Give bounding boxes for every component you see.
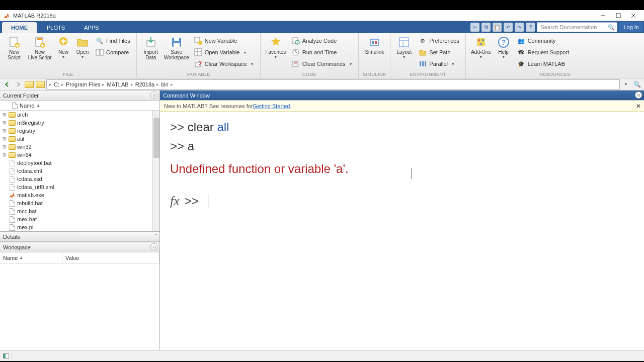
path-input[interactable]: ▸ C:▸ Program Files▸ MATLAB▸ R2018a▸ bin… bbox=[46, 79, 620, 89]
login-button[interactable]: Log In bbox=[619, 22, 643, 32]
expander-icon[interactable]: ⊞ bbox=[2, 152, 7, 157]
file-item[interactable]: lcdata.xsd bbox=[0, 175, 159, 183]
import-data-button[interactable]: Import Data bbox=[140, 35, 162, 61]
scroll-thumb[interactable] bbox=[153, 118, 159, 158]
new-button[interactable]: New ▼ bbox=[54, 35, 72, 60]
new-livescript-button[interactable]: New Live Script bbox=[26, 35, 53, 61]
path-seg[interactable]: Program Files bbox=[64, 81, 102, 87]
paste-icon[interactable]: 📋 bbox=[493, 23, 502, 32]
new-script-button[interactable]: New Script bbox=[3, 35, 25, 61]
minimize-button[interactable] bbox=[596, 11, 611, 21]
file-item[interactable]: ⊞m3iregistry bbox=[0, 119, 159, 127]
help-button[interactable]: ? Help ▼ bbox=[494, 35, 513, 60]
file-item[interactable]: lcdata.xml bbox=[0, 167, 159, 175]
clear-workspace-button[interactable]: Clear Workspace ▼ bbox=[191, 58, 257, 69]
copy-icon[interactable]: ⧉ bbox=[481, 23, 491, 32]
file-item[interactable]: ⊞arch bbox=[0, 111, 159, 119]
set-path-button[interactable]: Set Path bbox=[416, 47, 462, 58]
file-item[interactable]: mex.pl bbox=[0, 223, 159, 231]
path-seg[interactable]: C: bbox=[52, 81, 61, 87]
nav-up-folder-icon[interactable] bbox=[24, 79, 34, 89]
save-workspace-button[interactable]: Save Workspace bbox=[163, 35, 190, 61]
current-folder-header[interactable]: Current Folder ⊙ bbox=[0, 90, 159, 101]
path-search-icon[interactable]: 🔍 bbox=[632, 79, 642, 89]
tab-apps[interactable]: APPS bbox=[75, 22, 108, 33]
expander-icon[interactable]: ⊞ bbox=[2, 136, 7, 141]
tab-home[interactable]: HOME bbox=[2, 22, 37, 33]
maximize-button[interactable] bbox=[611, 11, 626, 21]
path-seg[interactable]: MATLAB bbox=[105, 81, 130, 87]
parallel-button[interactable]: Parallel ▼ bbox=[416, 58, 462, 69]
preferences-button[interactable]: ⚙ Preferences bbox=[416, 35, 462, 46]
file-item[interactable]: deploytool.bat bbox=[0, 159, 159, 167]
find-files-label: Find Files bbox=[106, 38, 130, 44]
compare-button[interactable]: Compare bbox=[93, 47, 133, 58]
help-quick-icon[interactable]: ? bbox=[526, 23, 535, 32]
workspace-header[interactable]: Workspace ⊙ bbox=[0, 242, 159, 252]
section-code-label: CODE bbox=[264, 71, 356, 78]
nav-back-button[interactable] bbox=[2, 79, 12, 89]
file-item[interactable]: ⊞util bbox=[0, 135, 159, 143]
cut-icon[interactable]: ✂ bbox=[470, 23, 479, 32]
search-doc-input[interactable]: Search Documentation 🔍 bbox=[537, 22, 617, 32]
workspace-body[interactable] bbox=[0, 263, 159, 350]
expander-icon[interactable]: ⊞ bbox=[2, 120, 7, 125]
addons-button[interactable]: Add-Ons ▼ bbox=[469, 35, 493, 60]
fx-icon[interactable]: fx bbox=[170, 191, 180, 212]
favorites-button[interactable]: Favorites ▼ bbox=[264, 35, 288, 60]
file-item[interactable]: ⊞win64 bbox=[0, 151, 159, 159]
request-support-button[interactable]: ☎ Request Support bbox=[514, 47, 573, 58]
undo-icon[interactable]: ↶ bbox=[504, 23, 513, 32]
file-item[interactable]: ⊞win32 bbox=[0, 143, 159, 151]
path-dropdown-button[interactable]: ▼ bbox=[621, 79, 631, 89]
file-item[interactable]: mcc.bat bbox=[0, 207, 159, 215]
file-item[interactable]: mex.bat bbox=[0, 215, 159, 223]
command-window-header[interactable]: Command Window ⊙ bbox=[160, 90, 644, 101]
expander-icon[interactable]: ⊞ bbox=[2, 144, 7, 149]
panel-actions-icon[interactable]: ⊙ bbox=[635, 92, 642, 99]
path-seg[interactable]: bin bbox=[159, 81, 170, 87]
learn-matlab-button[interactable]: 🎓 Learn MATLAB bbox=[514, 58, 573, 69]
clear-commands-button[interactable]: Clear Commands ▼ bbox=[289, 58, 356, 69]
current-folder-columns[interactable]: Name ▲ bbox=[0, 101, 159, 111]
toolstrip-section-resources: Add-Ons ▼ ? Help ▼ 👥 Community ☎ Request… bbox=[466, 33, 644, 78]
close-button[interactable] bbox=[626, 11, 641, 21]
file-name: util bbox=[17, 136, 24, 142]
open-button[interactable]: Open ▼ bbox=[73, 35, 92, 60]
expander-icon[interactable]: ⊞ bbox=[2, 112, 7, 117]
close-info-icon[interactable]: ✕ bbox=[636, 103, 641, 110]
layout-icon bbox=[398, 36, 410, 48]
open-variable-button[interactable]: Open Variable ▼ bbox=[191, 47, 257, 58]
current-folder-list[interactable]: ⊞arch⊞m3iregistry⊞registry⊞util⊞win32⊞wi… bbox=[0, 111, 159, 231]
analyze-code-button[interactable]: Analyze Code bbox=[289, 35, 356, 46]
new-variable-button[interactable]: New Variable bbox=[191, 35, 257, 46]
find-files-button[interactable]: 🔍 Find Files bbox=[93, 35, 133, 46]
panel-actions-icon[interactable]: ⊙ bbox=[150, 243, 157, 250]
name-column-header[interactable]: Name bbox=[20, 103, 34, 109]
search-icon[interactable]: 🔍 bbox=[608, 24, 615, 31]
scrollbar[interactable] bbox=[152, 111, 159, 231]
simulink-button[interactable]: Simulink bbox=[362, 35, 387, 56]
file-item[interactable]: matlab.exe bbox=[0, 191, 159, 199]
ws-value-column[interactable]: Value bbox=[62, 252, 159, 263]
expander-icon[interactable]: ⊞ bbox=[2, 128, 7, 133]
panel-actions-icon[interactable]: ⊙ bbox=[150, 92, 157, 99]
command-window-body[interactable]: >> clear all >> a Undefined function or … bbox=[160, 112, 644, 350]
ws-name-column[interactable]: Name ▲ bbox=[0, 252, 62, 263]
community-button[interactable]: 👥 Community bbox=[514, 35, 573, 46]
path-seg[interactable]: R2018a bbox=[134, 81, 156, 87]
nav-browse-folder-icon[interactable] bbox=[35, 79, 45, 89]
file-item[interactable]: lcdata_utf8.xml bbox=[0, 183, 159, 191]
file-item[interactable]: ⊞registry bbox=[0, 127, 159, 135]
clear-commands-label: Clear Commands bbox=[302, 61, 346, 67]
file-item[interactable]: mbuild.bat bbox=[0, 199, 159, 207]
details-header[interactable]: Details ˆ bbox=[0, 232, 159, 242]
getting-started-link[interactable]: Getting Started bbox=[253, 103, 290, 109]
run-and-time-button[interactable]: Run and Time bbox=[289, 47, 356, 58]
details-panel: Details ˆ bbox=[0, 232, 159, 242]
chevron-up-icon[interactable]: ˆ bbox=[155, 234, 156, 239]
tab-plots[interactable]: PLOTS bbox=[38, 22, 74, 33]
layout-button[interactable]: Layout ▼ bbox=[393, 35, 415, 60]
nav-forward-button[interactable] bbox=[13, 79, 23, 89]
redo-icon[interactable]: ↷ bbox=[515, 23, 524, 32]
